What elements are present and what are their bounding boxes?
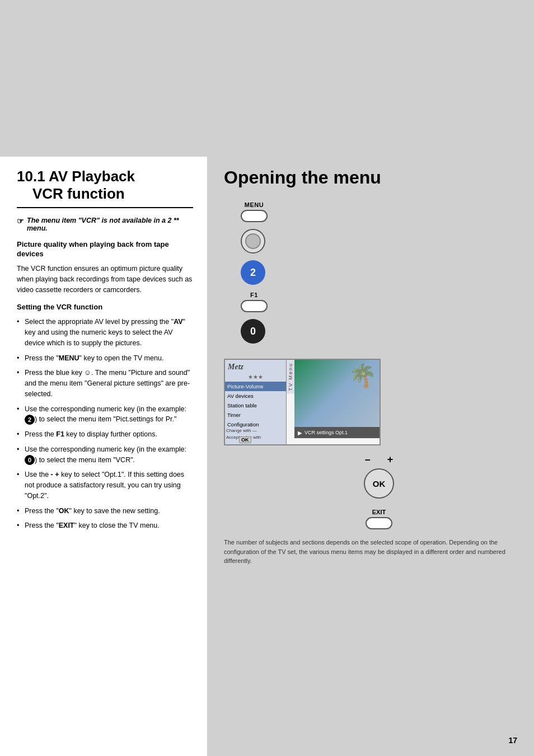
num0-circle: 0 — [241, 319, 265, 344]
note-icon: ☞ — [17, 217, 24, 226]
section-title: 10.1 AV Playback VCR function — [17, 168, 193, 208]
num2-circle: 2 — [241, 260, 265, 285]
menu-label: MENU — [245, 201, 264, 208]
top-gray-area — [0, 0, 534, 157]
list-item: Press the "MENU" key to open the TV menu… — [17, 353, 193, 364]
tv-menu-item-picture-volume: Picture-Volume — [225, 382, 286, 391]
left-column: 10.1 AV Playback VCR function ☞ The menu… — [0, 157, 207, 756]
tv-menu-item-station-table: Station table — [225, 401, 286, 410]
menu-button-diagram: MENU — [241, 201, 268, 222]
f1-oval — [241, 300, 268, 312]
tv-menu-item-timer: Timer — [225, 410, 286, 420]
list-item: Select the appropriate AV level by press… — [17, 317, 193, 348]
blue-circle-diagram — [241, 229, 265, 253]
tv-menu-panel: Metz ★★★ Picture-Volume AV devices Stati… — [225, 360, 287, 444]
bullet-list: Select the appropriate AV level by press… — [17, 317, 193, 531]
list-item: Press the "EXIT" key to close the TV men… — [17, 520, 193, 531]
exit-section: EXIT — [224, 509, 517, 529]
list-item: Press the F1 key to display further opti… — [17, 429, 193, 440]
tv-menu-stars: ★★★ — [225, 373, 286, 382]
tv-ok-small: OK — [239, 436, 251, 443]
list-item: Use the corresponding numeric key (in th… — [17, 444, 193, 466]
exit-label: EXIT — [372, 509, 386, 515]
section-number: 10.1 — [17, 168, 45, 185]
body-text-1: The VCR function ensures an optimum pict… — [17, 264, 193, 295]
footer-note: The number of subjects and sections depe… — [224, 538, 517, 566]
tv-menu-item-av-devices: AV devices — [225, 391, 286, 401]
tv-vertical-label-container: TV Menu — [287, 360, 294, 444]
ok-section: – + OK — [224, 454, 517, 503]
note-text: The menu item "VCR" is not available in … — [27, 217, 193, 232]
right-column: Opening the menu MENU 2 — [207, 157, 534, 756]
tv-content-panel: ▶ VCR settings Opt.1 — [294, 360, 380, 444]
minus-symbol: – — [365, 454, 371, 466]
plus-symbol: + — [387, 454, 394, 466]
list-item: Press the blue key ☺. The menu "Picture … — [17, 368, 193, 399]
tv-change-label: Change with — — [226, 428, 257, 433]
tv-vertical-label: TV Menu — [287, 360, 294, 394]
blue-ring-inner — [245, 233, 261, 249]
tv-logo: Metz — [225, 360, 286, 373]
list-item: Press the "OK" key to save the new setti… — [17, 506, 193, 516]
main-content: 10.1 AV Playback VCR function ☞ The menu… — [0, 157, 534, 756]
section-title-line2: VCR function — [17, 185, 125, 202]
menu-oval — [241, 210, 268, 222]
page-container: 10.1 AV Playback VCR function ☞ The menu… — [0, 0, 534, 756]
f1-button-diagram: F1 — [241, 292, 268, 312]
list-item: Use the corresponding numeric key (in th… — [17, 404, 193, 425]
exit-oval — [366, 517, 392, 529]
section-title-line1: AV Playback — [49, 168, 135, 185]
list-item: Use the - + key to select "Opt.1". If th… — [17, 469, 193, 501]
tv-screen-container: Metz ★★★ Picture-Volume AV devices Stati… — [224, 359, 517, 445]
blue-ring-button — [241, 229, 265, 253]
plus-minus-row: – + — [365, 454, 394, 466]
ok-circle-button: OK — [364, 468, 394, 499]
sub-heading-2: Setting the VCR function — [17, 303, 193, 312]
remote-diagram: MENU 2 F1 — [224, 201, 517, 350]
page-number: 17 — [508, 736, 517, 745]
note-block: ☞ The menu item "VCR" is not available i… — [17, 217, 193, 232]
tv-screen: Metz ★★★ Picture-Volume AV devices Stati… — [224, 359, 381, 445]
num2-button-diagram: 2 — [241, 260, 265, 285]
f1-label: F1 — [250, 292, 258, 298]
tv-status-text: VCR settings Opt.1 — [305, 430, 348, 435]
tv-status-bar: ▶ VCR settings Opt.1 — [294, 427, 380, 438]
num0-button-diagram: 0 — [241, 319, 265, 344]
tv-bg-image — [294, 360, 380, 427]
tv-play-icon: ▶ — [298, 430, 302, 436]
opening-menu-title: Opening the menu — [224, 168, 517, 187]
sub-heading-1: Picture quality when playing back from t… — [17, 240, 193, 259]
